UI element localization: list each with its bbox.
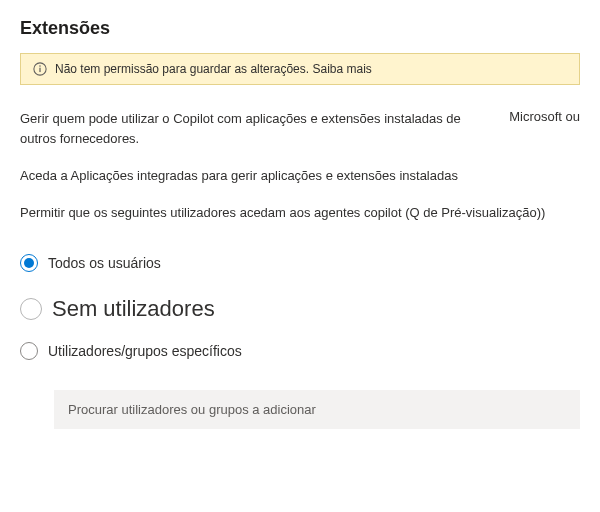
svg-point-1 [39,65,41,67]
permission-warning-banner: Não tem permissão para guardar as altera… [20,53,580,85]
warning-message: Não tem permissão para guardar as altera… [55,62,372,76]
integrated-apps-note: Aceda a Aplicações integradas para gerir… [20,168,580,183]
page-title: Extensões [20,18,580,39]
svg-rect-2 [39,68,40,72]
user-access-radio-group: Todos os usuários Sem utilizadores Utili… [20,248,580,429]
radio-label: Sem utilizadores [52,296,215,322]
warning-text: Não tem permissão para guardar as altera… [55,62,309,76]
description-main: Gerir quem pode utilizar o Copilot com a… [20,109,485,148]
radio-all-users[interactable]: Todos os usuários [20,248,580,292]
radio-label: Todos os usuários [48,255,161,271]
learn-more-link[interactable]: Saiba mais [312,62,371,76]
info-icon [33,62,47,76]
radio-label: Utilizadores/grupos específicos [48,343,242,359]
description-right: Microsoft ou [509,109,580,124]
radio-indicator [20,298,42,320]
description-row: Gerir quem pode utilizar o Copilot com a… [20,109,580,148]
radio-no-users[interactable]: Sem utilizadores [20,292,580,336]
radio-indicator [20,254,38,272]
allow-users-label: Permitir que os seguintes utilizadores a… [20,205,580,220]
radio-indicator [20,342,38,360]
radio-specific-users[interactable]: Utilizadores/grupos específicos [20,336,580,380]
search-users-input[interactable] [54,390,580,429]
